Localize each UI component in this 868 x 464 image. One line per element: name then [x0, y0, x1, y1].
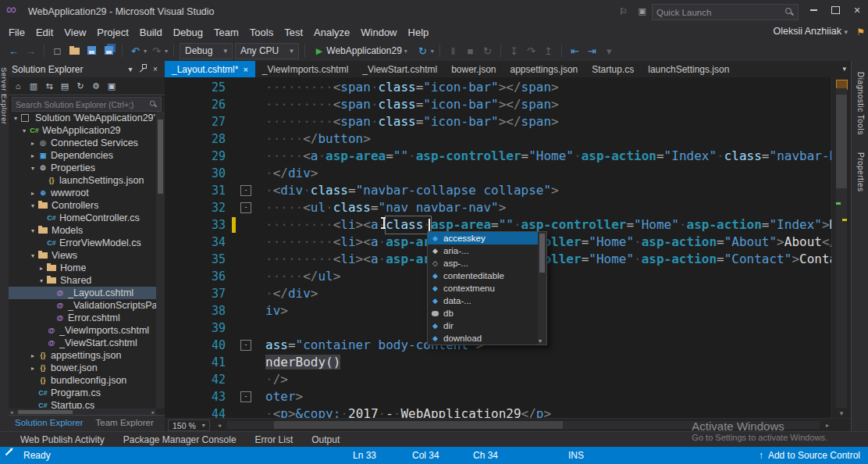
- step-into-icon[interactable]: ↧: [507, 45, 521, 57]
- tree-collapsed-arrow-icon[interactable]: ▸: [28, 190, 37, 197]
- document-tab-launchsettings-json[interactable]: launchSettings.json: [641, 61, 736, 77]
- tree-item-bundleconfig-json[interactable]: {}bundleconfig.json: [9, 374, 156, 387]
- save-icon[interactable]: [84, 45, 99, 57]
- completion-item-asp[interactable]: ◇asp-...: [428, 257, 546, 269]
- tree-collapsed-arrow-icon[interactable]: ▸: [28, 352, 37, 359]
- fold-collapse-box[interactable]: -: [240, 340, 251, 351]
- menu-file[interactable]: File: [3, 25, 30, 40]
- completion-item-data[interactable]: ◆data-...: [428, 294, 546, 307]
- panel-tab-web-publish-activity[interactable]: Web Publish Activity: [20, 434, 105, 445]
- tree-item-dependencies[interactable]: ▸▣Dependencies: [9, 149, 156, 162]
- config-dropdown[interactable]: Debug▾: [180, 43, 233, 59]
- pause-icon[interactable]: ‖: [446, 45, 461, 57]
- increase-indent-icon[interactable]: ⇥: [585, 45, 599, 57]
- step-over-icon[interactable]: ↷: [524, 45, 539, 57]
- tree-item-shared[interactable]: ▾Shared: [9, 274, 156, 287]
- panel-tab-package-manager-console[interactable]: Package Manager Console: [123, 434, 237, 445]
- minimize-button[interactable]: [802, 0, 824, 20]
- tree-item-error-cshtml[interactable]: @Error.cshtml: [9, 312, 156, 324]
- tree-item-program-cs[interactable]: C#Program.cs: [9, 387, 156, 399]
- fold-collapse-box[interactable]: -: [240, 202, 251, 213]
- tree-expanded-arrow-icon[interactable]: ▾: [20, 127, 29, 134]
- tree-expanded-arrow-icon[interactable]: ▾: [28, 165, 37, 172]
- menu-help[interactable]: Help: [403, 25, 435, 40]
- properties-icon[interactable]: ⚙: [89, 81, 103, 91]
- stop-icon[interactable]: ■: [463, 45, 478, 57]
- menu-edit[interactable]: Edit: [30, 25, 59, 40]
- fold-collapse-box[interactable]: -: [240, 185, 251, 196]
- intellisense-scrollbar[interactable]: ▾: [538, 232, 546, 344]
- preview-icon[interactable]: ▣: [105, 81, 119, 91]
- menu-team[interactable]: Team: [208, 25, 244, 40]
- tree-item-properties[interactable]: ▾⚙Properties: [9, 162, 156, 174]
- tree-item-bower-json[interactable]: ▸{}bower.json: [9, 362, 156, 374]
- active-files-dropdown-icon[interactable]: ▾: [842, 65, 846, 73]
- menu-debug[interactable]: Debug: [168, 25, 208, 40]
- platform-dropdown[interactable]: Any CPU▾: [235, 43, 299, 59]
- run-button[interactable]: ▶WebApplication29▾: [311, 43, 413, 59]
- tree-item-appsettings-json[interactable]: ▸{}appsettings.json: [9, 349, 156, 362]
- zoom-level-dropdown[interactable]: 150 % ▾: [168, 419, 210, 431]
- completion-item-dir[interactable]: ◆dir: [428, 319, 546, 332]
- feedback-icon[interactable]: ▣: [639, 6, 646, 16]
- tool-tab-team-explorer[interactable]: Team Explorer: [90, 416, 160, 431]
- tree-item-viewstart-cshtml[interactable]: @_ViewStart.cshtml: [9, 337, 156, 349]
- browser-refresh-icon[interactable]: ↻: [415, 45, 430, 57]
- tree-item-connected-services[interactable]: ▸◎Connected Services: [9, 137, 156, 149]
- tree-item-webapplication29[interactable]: ▾C#WebApplication29: [9, 124, 156, 137]
- tree-item-errorviewmodel-cs[interactable]: C#ErrorViewModel.cs: [9, 237, 156, 249]
- close-button[interactable]: ×: [846, 0, 868, 20]
- undo-icon[interactable]: ↶: [128, 45, 143, 57]
- completion-item-contextmenu[interactable]: ◆contextmenu: [428, 282, 546, 294]
- scroll-left-icon[interactable]: ◂: [218, 422, 221, 429]
- tree-item-launchsettings-json[interactable]: {}launchSettings.json: [9, 174, 156, 187]
- editor-vertical-scrollbar[interactable]: ▴ ▾: [831, 77, 851, 419]
- tree-item-layout-cshtml[interactable]: @_Layout.cshtml: [9, 287, 156, 299]
- fold-collapse-box[interactable]: -: [240, 391, 251, 402]
- menu-view[interactable]: View: [59, 25, 91, 40]
- menu-window[interactable]: Window: [355, 25, 402, 40]
- completion-item-contenteditable[interactable]: ◆contenteditable: [428, 269, 546, 282]
- close-tab-icon[interactable]: ×: [243, 65, 247, 74]
- chevron-down-icon[interactable]: ▾: [431, 48, 434, 55]
- solution-explorer-search-input[interactable]: Search Solution Explorer (Ctrl+;): [12, 97, 162, 112]
- panel-tab-error-list[interactable]: Error List: [255, 434, 293, 445]
- collapse-all-icon[interactable]: ▥: [27, 81, 41, 91]
- notifications-flag-icon[interactable]: ⚐: [619, 6, 628, 17]
- restart-icon[interactable]: ↻: [480, 45, 495, 57]
- nav-back-icon[interactable]: ←: [6, 45, 21, 57]
- add-to-source-control-button[interactable]: ↑ Add to Source Control: [759, 450, 860, 461]
- document-tab-bower-json[interactable]: bower.json: [444, 61, 503, 77]
- document-tab-startup-cs[interactable]: Startup.cs: [585, 61, 641, 77]
- document-tab-viewimports-cshtml[interactable]: _ViewImports.cshtml: [255, 61, 355, 77]
- scrollbar-thumb[interactable]: [274, 421, 563, 429]
- panel-options-icon[interactable]: ▾: [124, 65, 137, 73]
- scrollbar-thumb[interactable]: [836, 95, 847, 188]
- completion-item-aria[interactable]: ◆aria-...: [428, 244, 546, 257]
- scroll-down-icon[interactable]: ▾: [832, 409, 851, 417]
- menu-project[interactable]: Project: [91, 25, 133, 40]
- tree-collapsed-arrow-icon[interactable]: ▸: [28, 365, 37, 372]
- panel-tab-output[interactable]: Output: [311, 434, 340, 445]
- show-all-files-icon[interactable]: ▤: [58, 81, 72, 91]
- tree-item-home[interactable]: ▸Home: [9, 262, 156, 274]
- tree-expanded-arrow-icon[interactable]: ▾: [11, 115, 20, 122]
- tool-strip-tab-diagnostic-tools[interactable]: Diagnostic Tools: [856, 72, 865, 135]
- solution-explorer-header[interactable]: Solution Explorer ▾ ×: [9, 61, 165, 77]
- tree-item-viewimports-cshtml[interactable]: @_ViewImports.cshtml: [9, 324, 156, 337]
- step-out-icon[interactable]: ↥: [541, 45, 556, 57]
- tree-item-homecontroller-cs[interactable]: C#HomeController.cs: [9, 212, 156, 224]
- tree-item-models[interactable]: ▾Models: [9, 224, 156, 237]
- scroll-right-icon[interactable]: ▸: [826, 422, 829, 429]
- tool-strip-tab-properties[interactable]: Properties: [856, 152, 865, 192]
- home-icon[interactable]: ⌂: [11, 81, 25, 91]
- tree-expanded-arrow-icon[interactable]: ▾: [37, 277, 46, 284]
- tree-collapsed-arrow-icon[interactable]: ▸: [28, 140, 37, 147]
- document-tab-viewstart-cshtml[interactable]: _ViewStart.cshtml: [355, 61, 444, 77]
- quick-launch-input[interactable]: Quick Launch: [652, 4, 799, 20]
- maximize-button[interactable]: [824, 0, 846, 20]
- tool-tab-solution-explorer[interactable]: Solution Explorer: [9, 416, 90, 431]
- chevron-down-icon[interactable]: ▾: [165, 48, 168, 55]
- chevron-down-icon[interactable]: ▾: [144, 48, 147, 55]
- tree-expanded-arrow-icon[interactable]: ▾: [28, 252, 37, 259]
